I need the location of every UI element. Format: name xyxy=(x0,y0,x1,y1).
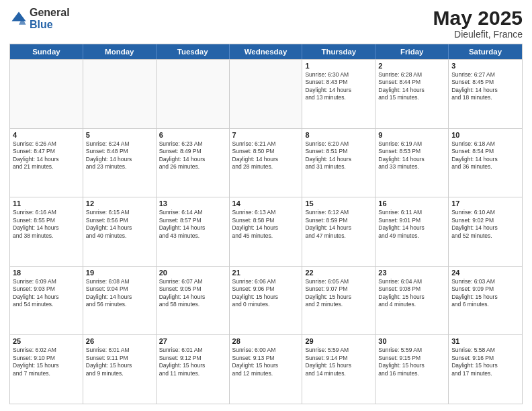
subtitle: Dieulefit, France xyxy=(433,29,523,40)
cell-info: Sunrise: 6:11 AM Sunset: 9:01 PM Dayligh… xyxy=(378,209,445,240)
cal-week-row-4: 25Sunrise: 6:02 AM Sunset: 9:10 PM Dayli… xyxy=(10,334,522,404)
cal-cell-empty xyxy=(230,60,303,128)
cell-info: Sunrise: 6:23 AM Sunset: 8:49 PM Dayligh… xyxy=(159,140,226,171)
cal-week-row-0: 1Sunrise: 6:30 AM Sunset: 8:43 PM Daylig… xyxy=(10,59,522,128)
cal-cell-day-23: 23Sunrise: 6:04 AM Sunset: 9:08 PM Dayli… xyxy=(375,267,449,335)
title-block: May 2025 Dieulefit, France xyxy=(433,7,523,40)
cell-info: Sunrise: 6:28 AM Sunset: 8:44 PM Dayligh… xyxy=(378,71,445,102)
cal-header-cell-saturday: Saturday xyxy=(449,44,522,59)
main-title: May 2025 xyxy=(433,7,523,29)
cal-cell-day-31: 31Sunrise: 5:58 AM Sunset: 9:16 PM Dayli… xyxy=(449,335,522,404)
cell-day-number: 25 xyxy=(13,337,80,345)
cal-header-cell-friday: Friday xyxy=(375,44,449,59)
cal-cell-day-4: 4Sunrise: 6:26 AM Sunset: 8:47 PM Daylig… xyxy=(10,129,83,197)
cal-cell-day-19: 19Sunrise: 6:08 AM Sunset: 9:04 PM Dayli… xyxy=(83,267,157,335)
svg-marker-0 xyxy=(12,11,26,21)
cal-cell-day-16: 16Sunrise: 6:11 AM Sunset: 9:01 PM Dayli… xyxy=(375,197,449,266)
logo: General Blue xyxy=(9,7,70,30)
cal-cell-day-13: 13Sunrise: 6:14 AM Sunset: 8:57 PM Dayli… xyxy=(157,197,230,266)
cell-day-number: 10 xyxy=(451,131,519,139)
cal-cell-day-7: 7Sunrise: 6:21 AM Sunset: 8:50 PM Daylig… xyxy=(230,129,303,197)
cal-cell-day-26: 26Sunrise: 6:01 AM Sunset: 9:11 PM Dayli… xyxy=(83,335,157,404)
cell-info: Sunrise: 6:02 AM Sunset: 9:10 PM Dayligh… xyxy=(13,347,80,377)
calendar: SundayMondayTuesdayWednesdayThursdayFrid… xyxy=(9,44,523,404)
cal-cell-empty xyxy=(10,60,83,128)
cal-cell-day-24: 24Sunrise: 6:03 AM Sunset: 9:09 PM Dayli… xyxy=(449,267,522,335)
cell-info: Sunrise: 6:21 AM Sunset: 8:50 PM Dayligh… xyxy=(232,140,300,171)
cell-info: Sunrise: 6:05 AM Sunset: 9:07 PM Dayligh… xyxy=(305,278,372,309)
cell-day-number: 20 xyxy=(159,269,226,277)
cell-day-number: 28 xyxy=(232,337,300,345)
cell-day-number: 2 xyxy=(378,62,445,70)
cal-cell-day-10: 10Sunrise: 6:18 AM Sunset: 8:54 PM Dayli… xyxy=(449,129,522,197)
cell-info: Sunrise: 6:10 AM Sunset: 9:02 PM Dayligh… xyxy=(451,209,519,240)
cal-cell-day-22: 22Sunrise: 6:05 AM Sunset: 9:07 PM Dayli… xyxy=(302,267,375,335)
cell-info: Sunrise: 6:01 AM Sunset: 9:11 PM Dayligh… xyxy=(86,347,153,377)
logo-text: General Blue xyxy=(30,7,70,30)
cell-day-number: 14 xyxy=(232,199,300,208)
cell-day-number: 7 xyxy=(232,131,300,139)
cell-day-number: 31 xyxy=(451,337,519,345)
cal-cell-day-18: 18Sunrise: 6:09 AM Sunset: 9:03 PM Dayli… xyxy=(10,267,83,335)
cell-day-number: 21 xyxy=(232,269,300,277)
cell-day-number: 17 xyxy=(451,199,519,208)
cal-cell-day-30: 30Sunrise: 5:59 AM Sunset: 9:15 PM Dayli… xyxy=(375,335,449,404)
cal-cell-day-3: 3Sunrise: 6:27 AM Sunset: 8:45 PM Daylig… xyxy=(449,60,522,128)
cal-cell-day-9: 9Sunrise: 6:19 AM Sunset: 8:53 PM Daylig… xyxy=(375,129,449,197)
cal-cell-day-29: 29Sunrise: 5:59 AM Sunset: 9:14 PM Dayli… xyxy=(302,335,375,404)
cell-day-number: 15 xyxy=(305,199,372,208)
cal-header-cell-wednesday: Wednesday xyxy=(230,44,303,59)
cell-info: Sunrise: 6:09 AM Sunset: 9:03 PM Dayligh… xyxy=(13,278,80,309)
cal-cell-day-1: 1Sunrise: 6:30 AM Sunset: 8:43 PM Daylig… xyxy=(302,60,375,128)
cal-header-cell-sunday: Sunday xyxy=(10,44,83,59)
cell-info: Sunrise: 6:20 AM Sunset: 8:51 PM Dayligh… xyxy=(305,140,372,171)
cell-info: Sunrise: 6:24 AM Sunset: 8:48 PM Dayligh… xyxy=(86,140,153,171)
cal-cell-day-11: 11Sunrise: 6:16 AM Sunset: 8:55 PM Dayli… xyxy=(10,197,83,266)
logo-general: General xyxy=(30,7,70,19)
cell-info: Sunrise: 6:15 AM Sunset: 8:56 PM Dayligh… xyxy=(86,209,153,240)
cell-day-number: 26 xyxy=(86,337,153,345)
cell-info: Sunrise: 6:27 AM Sunset: 8:45 PM Dayligh… xyxy=(451,71,519,102)
cal-cell-day-14: 14Sunrise: 6:13 AM Sunset: 8:58 PM Dayli… xyxy=(230,197,303,266)
cell-info: Sunrise: 6:16 AM Sunset: 8:55 PM Dayligh… xyxy=(13,209,80,240)
cell-day-number: 8 xyxy=(305,131,372,139)
cal-header-cell-thursday: Thursday xyxy=(302,44,375,59)
cell-info: Sunrise: 5:58 AM Sunset: 9:16 PM Dayligh… xyxy=(451,347,519,377)
cell-day-number: 22 xyxy=(305,269,372,277)
cell-day-number: 1 xyxy=(305,62,372,70)
cal-cell-day-5: 5Sunrise: 6:24 AM Sunset: 8:48 PM Daylig… xyxy=(83,129,157,197)
cal-cell-day-21: 21Sunrise: 6:06 AM Sunset: 9:06 PM Dayli… xyxy=(230,267,303,335)
cell-day-number: 6 xyxy=(159,131,226,139)
cal-cell-day-15: 15Sunrise: 6:12 AM Sunset: 8:59 PM Dayli… xyxy=(302,197,375,266)
cal-cell-day-6: 6Sunrise: 6:23 AM Sunset: 8:49 PM Daylig… xyxy=(157,129,230,197)
cell-info: Sunrise: 6:30 AM Sunset: 8:43 PM Dayligh… xyxy=(305,71,372,102)
cal-header-cell-tuesday: Tuesday xyxy=(157,44,230,59)
logo-blue: Blue xyxy=(30,19,70,31)
cell-day-number: 9 xyxy=(378,131,445,139)
cell-day-number: 24 xyxy=(451,269,519,277)
cell-day-number: 29 xyxy=(305,337,372,345)
header: General Blue May 2025 Dieulefit, France xyxy=(9,7,523,40)
cal-cell-day-8: 8Sunrise: 6:20 AM Sunset: 8:51 PM Daylig… xyxy=(302,129,375,197)
cal-header-cell-monday: Monday xyxy=(83,44,157,59)
cal-cell-day-2: 2Sunrise: 6:28 AM Sunset: 8:44 PM Daylig… xyxy=(375,60,449,128)
cal-week-row-2: 11Sunrise: 6:16 AM Sunset: 8:55 PM Dayli… xyxy=(10,197,522,266)
calendar-header-row: SundayMondayTuesdayWednesdayThursdayFrid… xyxy=(10,44,522,59)
cell-info: Sunrise: 6:14 AM Sunset: 8:57 PM Dayligh… xyxy=(159,209,226,240)
cal-cell-day-28: 28Sunrise: 6:00 AM Sunset: 9:13 PM Dayli… xyxy=(230,335,303,404)
cell-info: Sunrise: 6:07 AM Sunset: 9:05 PM Dayligh… xyxy=(159,278,226,309)
cell-info: Sunrise: 6:01 AM Sunset: 9:12 PM Dayligh… xyxy=(159,347,226,377)
cell-info: Sunrise: 6:08 AM Sunset: 9:04 PM Dayligh… xyxy=(86,278,153,309)
cal-cell-day-17: 17Sunrise: 6:10 AM Sunset: 9:02 PM Dayli… xyxy=(449,197,522,266)
cell-day-number: 23 xyxy=(378,269,445,277)
cell-info: Sunrise: 6:00 AM Sunset: 9:13 PM Dayligh… xyxy=(232,347,300,377)
cell-day-number: 16 xyxy=(378,199,445,208)
cell-day-number: 11 xyxy=(13,199,80,208)
cal-cell-empty xyxy=(157,60,230,128)
cell-day-number: 30 xyxy=(378,337,445,345)
cell-info: Sunrise: 5:59 AM Sunset: 9:14 PM Dayligh… xyxy=(305,347,372,377)
page: General Blue May 2025 Dieulefit, France … xyxy=(0,0,532,411)
calendar-body: 1Sunrise: 6:30 AM Sunset: 8:43 PM Daylig… xyxy=(10,59,522,404)
cell-day-number: 5 xyxy=(86,131,153,139)
cell-info: Sunrise: 6:18 AM Sunset: 8:54 PM Dayligh… xyxy=(451,140,519,171)
